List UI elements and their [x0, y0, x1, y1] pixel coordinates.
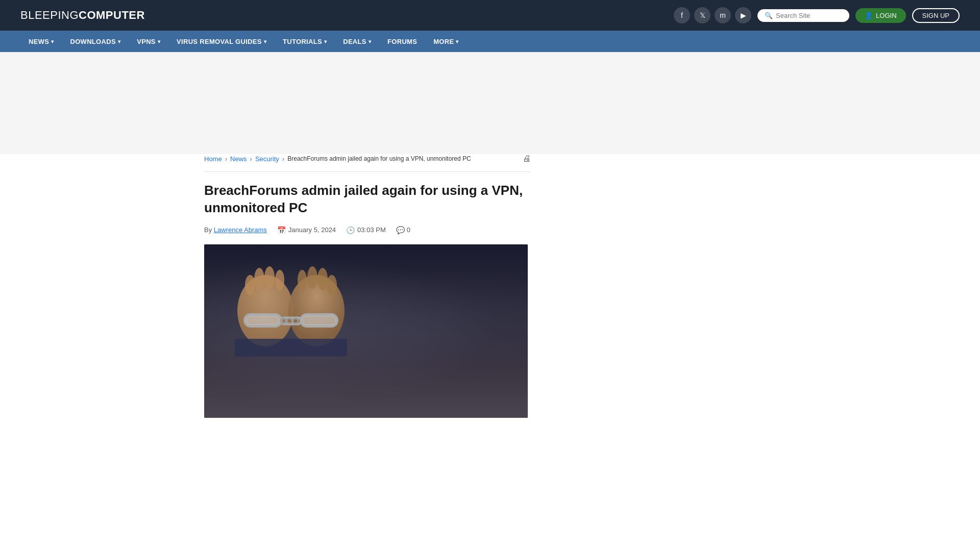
nav-deals[interactable]: DEALS ▾: [335, 31, 379, 52]
article-hero-image: [204, 244, 528, 418]
nav-deals-label: DEALS: [343, 38, 366, 45]
comment-icon: 💬: [396, 226, 405, 234]
svg-point-5: [275, 270, 284, 290]
nav-news-label: NEWS: [29, 38, 49, 45]
nav-forums-label: FORUMS: [387, 38, 417, 45]
signup-button[interactable]: SIGN UP: [912, 8, 960, 23]
logo-text-bold: COMPUTER: [79, 9, 145, 21]
svg-point-9: [327, 275, 337, 295]
nav-vpns-arrow: ▾: [158, 39, 160, 44]
svg-rect-11: [246, 316, 280, 325]
youtube-icon[interactable]: ▶: [735, 7, 751, 23]
nav-forums[interactable]: FORUMS: [379, 31, 425, 52]
login-label: LOGIN: [876, 12, 896, 19]
breadcrumb-home[interactable]: Home: [204, 155, 222, 163]
search-bar: 🔍: [757, 9, 849, 22]
nav-tutorials-label: TUTORIALS: [283, 38, 322, 45]
sidebar: [551, 154, 704, 418]
nav-virus-removal-label: VIRUS REMOVAL GUIDES: [177, 38, 262, 45]
nav-downloads-arrow: ▾: [118, 39, 120, 44]
facebook-icon[interactable]: f: [674, 7, 690, 23]
svg-point-4: [264, 266, 275, 289]
print-icon[interactable]: 🖨: [523, 154, 531, 163]
comment-count-text: 0: [407, 226, 410, 234]
article-comments[interactable]: 💬 0: [396, 226, 410, 234]
breadcrumb-left: Home › News › Security › BreachForums ad…: [204, 155, 471, 163]
login-button[interactable]: 👤 LOGIN: [855, 8, 905, 23]
svg-rect-14: [302, 316, 336, 325]
nav-vpns[interactable]: VPNS ▾: [129, 31, 168, 52]
article-author[interactable]: Lawrence Abrams: [214, 226, 267, 234]
article-date: 📅 January 5, 2024: [277, 226, 336, 234]
breadcrumb-sep-1: ›: [225, 155, 227, 163]
user-icon: 👤: [865, 12, 873, 19]
nav-vpns-label: VPNS: [137, 38, 156, 45]
breadcrumb-sep-2: ›: [250, 155, 252, 163]
search-icon: 🔍: [765, 12, 773, 19]
article-meta: By Lawrence Abrams 📅 January 5, 2024 🕒 0…: [204, 226, 531, 234]
logo-text-light: BLEEPING: [20, 9, 79, 21]
calendar-icon: 📅: [277, 226, 286, 234]
nav-tutorials[interactable]: TUTORIALS ▾: [275, 31, 335, 52]
article-date-text: January 5, 2024: [288, 226, 336, 234]
breadcrumb-current: BreachForums admin jailed again for usin…: [287, 155, 471, 162]
handcuffs-illustration: [204, 244, 378, 357]
main-nav: NEWS ▾ DOWNLOADS ▾ VPNS ▾ VIRUS REMOVAL …: [0, 31, 980, 52]
svg-point-3: [254, 268, 264, 290]
advertisement-banner: [0, 52, 980, 154]
svg-point-8: [317, 268, 328, 290]
nav-more-arrow: ▾: [456, 39, 458, 44]
site-header: BLEEPINGCOMPUTER f 𝕏 m ▶ 🔍 👤 LOGIN SIGN …: [0, 0, 980, 31]
svg-rect-18: [235, 339, 347, 357]
header-right: f 𝕏 m ▶ 🔍 👤 LOGIN SIGN UP: [674, 7, 960, 23]
mastodon-icon[interactable]: m: [715, 7, 731, 23]
nav-tutorials-arrow: ▾: [324, 39, 327, 44]
svg-point-7: [307, 266, 317, 289]
svg-point-6: [298, 270, 307, 290]
breadcrumb-news[interactable]: News: [230, 155, 247, 163]
article-by-label: By Lawrence Abrams: [204, 226, 267, 234]
article-body: Home › News › Security › BreachForums ad…: [204, 154, 531, 418]
social-icons: f 𝕏 m ▶: [674, 7, 751, 23]
content-area: Home › News › Security › BreachForums ad…: [184, 154, 796, 418]
signup-label: SIGN UP: [922, 12, 949, 19]
breadcrumb-security[interactable]: Security: [255, 155, 279, 163]
article-time: 🕒 03:03 PM: [346, 226, 386, 234]
article-title: BreachForums admin jailed again for usin…: [204, 182, 531, 217]
nav-more-label: MORE: [433, 38, 454, 45]
nav-downloads-label: DOWNLOADS: [70, 38, 116, 45]
nav-news[interactable]: NEWS ▾: [20, 31, 62, 52]
article-time-text: 03:03 PM: [357, 226, 386, 234]
site-logo[interactable]: BLEEPINGCOMPUTER: [20, 9, 145, 22]
nav-downloads[interactable]: DOWNLOADS ▾: [62, 31, 129, 52]
nav-virus-removal[interactable]: VIRUS REMOVAL GUIDES ▾: [168, 31, 275, 52]
nav-deals-arrow: ▾: [369, 39, 371, 44]
breadcrumb-sep-3: ›: [282, 155, 284, 163]
nav-more[interactable]: MORE ▾: [425, 31, 467, 52]
twitter-icon[interactable]: 𝕏: [694, 7, 710, 23]
nav-virus-removal-arrow: ▾: [264, 39, 266, 44]
breadcrumb: Home › News › Security › BreachForums ad…: [204, 154, 531, 172]
clock-icon: 🕒: [346, 226, 355, 234]
search-input[interactable]: [776, 12, 842, 19]
svg-point-2: [245, 275, 255, 295]
nav-news-arrow: ▾: [51, 39, 54, 44]
